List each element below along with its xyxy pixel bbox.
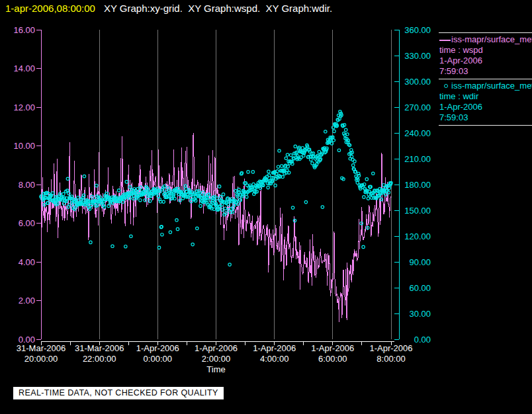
- svg-text:1-Apr-2006: 1-Apr-2006: [369, 343, 412, 353]
- x-axis-time: 31-Mar-200620:00:0031-Mar-200622:00:001-…: [17, 341, 413, 374]
- wspd-line-marker-icon: [439, 40, 451, 41]
- legend-date-label: 1-Apr-2006: [439, 102, 532, 112]
- legend-line-row: iss-mapr/surface_met: [439, 81, 532, 91]
- svg-text:6:00:00: 6:00:00: [318, 354, 347, 364]
- svg-text:90.00: 90.00: [409, 257, 431, 267]
- legend-time-label: 7:59:03: [439, 66, 532, 77]
- svg-text:12.00: 12.00: [13, 103, 35, 112]
- legend-source-label: iss-mapr/surface_met: [451, 81, 532, 91]
- legend-time-label: 7:59:03: [439, 112, 532, 123]
- legend-field-label: time : wdir: [439, 91, 532, 102]
- svg-text:4.00: 4.00: [19, 257, 35, 267]
- svg-text:2.00: 2.00: [19, 296, 35, 306]
- svg-text:6.00: 6.00: [19, 218, 35, 228]
- svg-text:31-Mar-2006: 31-Mar-2006: [17, 343, 66, 353]
- legend-box: iss-mapr/surface_met time : wspd 1-Apr-2…: [439, 32, 532, 126]
- svg-text:2:00:00: 2:00:00: [202, 354, 230, 364]
- svg-text:1-Apr-2006: 1-Apr-2006: [195, 343, 238, 353]
- legend-date-label: 1-Apr-2006: [439, 56, 532, 66]
- svg-text:120.00: 120.00: [404, 231, 431, 241]
- svg-text:0:00:00: 0:00:00: [144, 354, 172, 364]
- svg-text:300.00: 300.00: [404, 77, 431, 87]
- wdir-point-marker-icon: [444, 84, 448, 88]
- svg-text:8:00:00: 8:00:00: [377, 354, 405, 364]
- svg-text:1-Apr-2006: 1-Apr-2006: [311, 343, 354, 353]
- legend-field-label: time : wspd: [439, 45, 532, 56]
- svg-text:240.00: 240.00: [404, 128, 431, 138]
- svg-text:360.00: 360.00: [404, 25, 431, 35]
- svg-text:0.00: 0.00: [414, 335, 431, 345]
- svg-text:10.00: 10.00: [13, 141, 35, 151]
- legend-source-label: iss-mapr/surface_met: [451, 34, 532, 44]
- svg-text:8.00: 8.00: [19, 180, 35, 190]
- svg-text:1-Apr-2006: 1-Apr-2006: [136, 343, 179, 353]
- svg-text:31-Mar-2006: 31-Mar-2006: [75, 343, 124, 353]
- svg-text:150.00: 150.00: [404, 206, 431, 216]
- svg-text:30.00: 30.00: [409, 309, 431, 319]
- legend-line-row: iss-mapr/surface_met: [439, 34, 532, 45]
- svg-text:180.00: 180.00: [404, 180, 431, 190]
- legend-entry-wdir[interactable]: iss-mapr/surface_met time : wdir 1-Apr-2…: [439, 79, 532, 126]
- svg-text:330.00: 330.00: [404, 51, 431, 61]
- legend-entry-wspd[interactable]: iss-mapr/surface_met time : wspd 1-Apr-2…: [439, 33, 532, 79]
- right-axis-wdir: 0.0030.0060.0090.00120.00150.00180.00210…: [394, 25, 431, 345]
- svg-text:4:00:00: 4:00:00: [260, 354, 288, 364]
- svg-text:16.00: 16.00: [13, 25, 35, 35]
- svg-text:270.00: 270.00: [404, 103, 431, 112]
- left-axis-wspd: 0.002.004.006.008.0010.0012.0014.0016.00: [13, 25, 41, 345]
- svg-text:60.00: 60.00: [409, 283, 431, 293]
- svg-text:210.00: 210.00: [404, 154, 431, 164]
- svg-text:22:00:00: 22:00:00: [83, 354, 116, 364]
- svg-text:1-Apr-2006: 1-Apr-2006: [253, 343, 296, 353]
- svg-text:14.00: 14.00: [13, 63, 35, 73]
- x-axis-title: Time: [206, 364, 225, 374]
- svg-text:20:00:00: 20:00:00: [24, 354, 58, 364]
- quality-notice: REAL-TIME DATA, NOT CHECKED FOR QUALITY: [13, 387, 224, 399]
